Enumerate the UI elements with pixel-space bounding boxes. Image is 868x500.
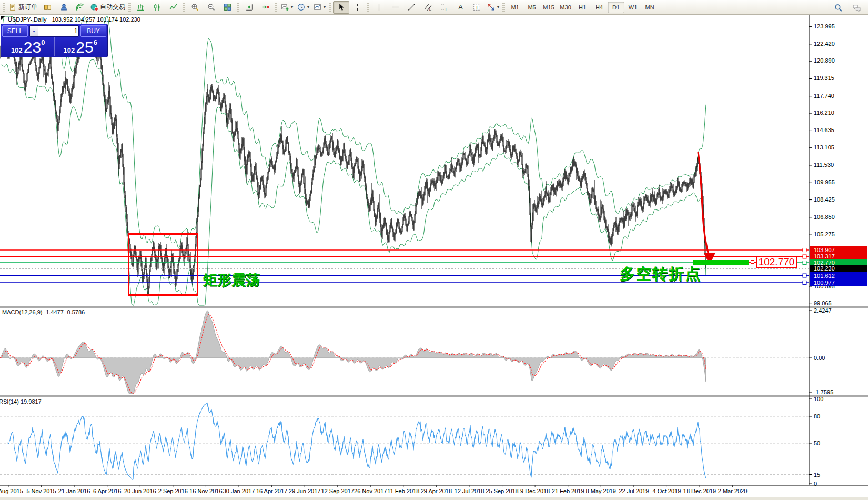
- toolbar-bar-chart-button[interactable]: [133, 1, 149, 14]
- symbol-header: USDJPY-,Daily 103.952 104.257 101.174 10…: [8, 16, 140, 23]
- toolbar-arrow-tools-button[interactable]: ▾: [485, 1, 501, 14]
- toolbar-templates-button[interactable]: ▾: [311, 1, 328, 14]
- toolbar-chart-shift-button[interactable]: [241, 1, 257, 14]
- date-axis-label: 2 Sep 2016: [158, 488, 188, 494]
- toolbar-horizontal-line-button[interactable]: [387, 1, 403, 14]
- price-callout[interactable]: 102.770: [756, 256, 797, 268]
- toolbar-grip[interactable]: [3, 3, 5, 12]
- date-axis-label: 16 Apr 2017: [256, 488, 287, 494]
- price-level-marker: [803, 255, 806, 258]
- toolbar-auto-trading-button[interactable]: 自动交易: [88, 1, 127, 14]
- volume-input[interactable]: [38, 26, 79, 36]
- toolbar-equidistant-channel-button[interactable]: E: [420, 1, 436, 14]
- toolbar-community-chat-button[interactable]: [849, 1, 865, 14]
- templates-icon: [314, 3, 321, 11]
- signals-icon: [76, 3, 84, 11]
- crosshair-icon: [354, 3, 361, 11]
- sell-button[interactable]: SELL: [2, 25, 28, 37]
- toolbar-cursor-button[interactable]: [333, 1, 349, 14]
- rectangle-annotation[interactable]: [128, 233, 198, 296]
- buy-button[interactable]: BUY: [80, 25, 106, 37]
- text-label-icon: T: [473, 3, 481, 11]
- toolbar-grip[interactable]: [329, 3, 331, 12]
- macd-signal-line: [0, 314, 706, 394]
- price-axis-tick: 99.065: [814, 300, 832, 306]
- profiles-icon: [60, 3, 68, 11]
- toolbar: 新订单自动交易▾▾▾EFAT▾M1M5M15M30H1H4D1W1MN: [0, 0, 868, 15]
- chevron-down-icon: ▾: [497, 5, 499, 9]
- svg-text:F: F: [446, 7, 448, 11]
- date-axis-label: 25 Sep 2018: [486, 488, 518, 494]
- price-level-marker: [803, 248, 806, 252]
- timeframe-m1-button[interactable]: M1: [507, 2, 523, 13]
- date-axis-label: 21 Feb 2019: [552, 488, 584, 494]
- price-level-marker: [803, 274, 806, 277]
- toolbar-text-button[interactable]: A: [452, 1, 469, 14]
- candlestick-chart-icon: [153, 3, 161, 11]
- rsi-axis-tick: 100: [814, 396, 823, 402]
- status-bar: [0, 497, 868, 500]
- timeframe-h1-button[interactable]: H1: [574, 2, 591, 13]
- toolbar-trend-line-button[interactable]: [403, 1, 420, 14]
- line-chart-icon: [169, 3, 177, 11]
- buy-price-figure: 102: [64, 45, 75, 55]
- timeframe-m15-button[interactable]: M15: [540, 2, 557, 13]
- toolbar-grip[interactable]: [275, 3, 277, 12]
- community-chat-icon: [853, 4, 861, 12]
- timeframe-w1-button[interactable]: W1: [624, 2, 641, 13]
- price-level-marker: [803, 281, 806, 284]
- toolbar-zoom-out-button[interactable]: [203, 1, 219, 14]
- toolbar-periods-button[interactable]: ▾: [295, 1, 311, 14]
- rsi-axis-tick: 80: [814, 413, 820, 419]
- timeframe-mn-button[interactable]: MN: [641, 2, 658, 13]
- timeframe-h4-button[interactable]: H4: [591, 2, 608, 13]
- toolbar-grip[interactable]: [237, 3, 239, 12]
- toolbar-grip[interactable]: [183, 3, 185, 12]
- price-candles: [1, 25, 705, 296]
- toolbar-grip[interactable]: [502, 3, 505, 12]
- pivot-annotation-label[interactable]: 多空转折点: [620, 264, 701, 285]
- date-axis-label: 6 Apr 2016: [93, 488, 121, 494]
- toolbar-grip[interactable]: [367, 3, 369, 12]
- date-axis-label: 26 Nov 2017: [354, 488, 387, 494]
- date-axis-label: 21 Jan 2016: [58, 488, 90, 494]
- price-tag-102.230: 102.230: [810, 265, 867, 272]
- timeframe-m30-button[interactable]: M30: [557, 2, 574, 13]
- date-axis-label: 12 Jul 2018: [455, 488, 485, 494]
- toolbar-fibonacci-button[interactable]: F: [436, 1, 452, 14]
- toolbar-crosshair-button[interactable]: [349, 1, 366, 14]
- one-click-trading-panel: SELL ▼ ▲ BUY 102 23 0 102 25 6: [1, 24, 108, 57]
- buy-price-point: 6: [94, 39, 97, 46]
- toolbar-signals-button[interactable]: [72, 1, 88, 14]
- chart-shift-icon: [245, 3, 253, 11]
- buy-price[interactable]: 102 25 6: [54, 37, 107, 56]
- toolbar-market-watch-button[interactable]: [39, 1, 56, 14]
- price-axis-tick: 111.530: [814, 162, 834, 168]
- sell-price-figure: 102: [11, 45, 23, 55]
- price-tag-101.612: 101.612: [810, 272, 867, 279]
- toolbar-add-indicator-button[interactable]: ▾: [279, 1, 295, 14]
- toolbar-symbol-search-button[interactable]: [830, 1, 846, 14]
- toolbar-new-order-button[interactable]: 新订单: [7, 1, 39, 14]
- toolbar-tile-windows-button[interactable]: [219, 1, 236, 14]
- toolbar-line-chart-button[interactable]: [165, 1, 181, 14]
- sell-price[interactable]: 102 23 0: [2, 37, 54, 56]
- toolbar-vertical-line-button[interactable]: [371, 1, 387, 14]
- rectangle-annotation-label[interactable]: 矩形震荡: [203, 271, 260, 289]
- toolbar-grip[interactable]: [128, 3, 131, 12]
- toolbar-text-label-button[interactable]: T: [469, 1, 485, 14]
- timeframe-d1-button[interactable]: D1: [608, 2, 624, 13]
- volume-decrease-button[interactable]: ▼: [30, 26, 38, 36]
- auto-scroll-icon: [261, 3, 269, 11]
- toolbar-zoom-in-button[interactable]: [187, 1, 203, 14]
- toolbar-auto-scroll-button[interactable]: [257, 1, 274, 14]
- price-axis-tick: 106.850: [814, 214, 835, 220]
- toolbar-candlestick-chart-button[interactable]: [149, 1, 165, 14]
- price-axis-tick: 113.105: [814, 144, 834, 151]
- toolbar-right-group: [830, 1, 865, 14]
- toolbar-profiles-button[interactable]: [56, 1, 72, 14]
- price-level-marker: [803, 261, 806, 265]
- equidistant-channel-icon: E: [424, 3, 432, 11]
- timeframe-m5-button[interactable]: M5: [523, 2, 540, 13]
- macd-values: -1.4477 -0.5786: [44, 309, 85, 315]
